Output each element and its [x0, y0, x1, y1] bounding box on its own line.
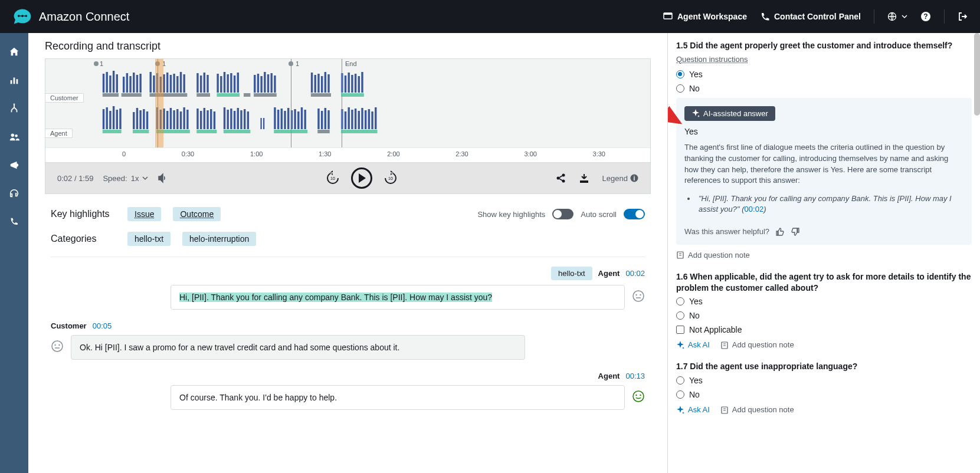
nav-routing[interactable]: [8, 103, 20, 114]
message-speaker: Agent: [598, 269, 620, 278]
show-highlights-toggle[interactable]: [552, 209, 573, 219]
add-question-note-button[interactable]: Add question note: [720, 405, 794, 414]
svg-rect-75: [341, 93, 364, 97]
waveform-area[interactable]: Customer Agent 1 1 1 End: [45, 59, 650, 147]
svg-rect-4: [664, 13, 672, 15]
message-bubble[interactable]: Ok. Hi [PII]. I saw a promo for a new tr…: [71, 335, 525, 360]
issue-chip[interactable]: Issue: [127, 207, 161, 221]
svg-rect-91: [170, 108, 172, 129]
svg-rect-8: [11, 80, 12, 84]
ai-assisted-answer-box: AI-assisted answer Yes The agent's first…: [676, 98, 972, 245]
waveform-marker-dot: [94, 61, 99, 66]
contact-control-panel-link[interactable]: Contact Control Panel: [760, 12, 861, 21]
ai-quote: "Hi, [PII]. Thank you for calling any co…: [696, 193, 963, 215]
legend-button[interactable]: Legend i: [602, 174, 638, 183]
svg-rect-97: [196, 109, 198, 129]
waveform-marker-label: 1: [100, 60, 103, 67]
share-icon[interactable]: [555, 173, 566, 183]
nav-campaigns[interactable]: [8, 159, 20, 171]
transcript-message: hello-txt Agent 00:02 Hi, [PII]. Thank y…: [51, 267, 645, 310]
svg-rect-85: [143, 109, 145, 129]
svg-rect-58: [325, 72, 326, 93]
svg-rect-20: [126, 73, 128, 93]
nav-analytics[interactable]: [8, 74, 20, 86]
svg-point-11: [14, 103, 15, 105]
scrollbar[interactable]: [974, 33, 980, 116]
svg-rect-22: [133, 73, 135, 93]
quote-timestamp-link[interactable]: 00:02: [745, 205, 764, 213]
answer-yes[interactable]: Yes: [676, 297, 972, 306]
player-controls: 0:02 / 1:59 Speed: 1x 10 10: [45, 162, 650, 193]
message-timestamp[interactable]: 00:02: [625, 269, 645, 278]
svg-point-161: [640, 395, 641, 396]
message-timestamp[interactable]: 00:05: [93, 321, 112, 330]
nav-home[interactable]: [8, 46, 20, 58]
svg-rect-83: [136, 108, 138, 129]
svg-rect-21: [129, 76, 131, 93]
message-timestamp[interactable]: 00:13: [625, 372, 645, 380]
language-selector[interactable]: [887, 12, 907, 21]
answer-yes[interactable]: Yes: [676, 376, 972, 385]
svg-rect-114: [277, 110, 279, 129]
answer-na[interactable]: Not Applicable: [676, 325, 972, 334]
agent-track-label: Agent: [45, 129, 73, 138]
logout-button[interactable]: [958, 11, 968, 22]
svg-rect-18: [116, 74, 118, 93]
svg-point-153: [633, 291, 644, 301]
svg-rect-84: [139, 110, 141, 129]
svg-rect-72: [244, 93, 250, 97]
svg-rect-111: [260, 118, 261, 129]
download-icon[interactable]: [579, 173, 589, 183]
help-button[interactable]: ?: [920, 11, 931, 22]
message-speaker: Agent: [598, 372, 620, 380]
svg-rect-81: [119, 109, 121, 129]
message-tag[interactable]: hello-txt: [551, 267, 592, 280]
agent-workspace-link[interactable]: Agent Workspace: [663, 12, 747, 21]
ask-ai-button[interactable]: Ask AI: [676, 405, 710, 414]
answer-no[interactable]: No: [676, 390, 972, 399]
outcome-chip[interactable]: Outcome: [173, 207, 221, 221]
radio-icon: [676, 84, 684, 93]
svg-rect-86: [146, 111, 148, 129]
auto-scroll-toggle[interactable]: [624, 209, 645, 219]
skip-back-button[interactable]: 10: [325, 170, 340, 186]
svg-rect-40: [217, 74, 218, 93]
ask-ai-button[interactable]: Ask AI: [676, 340, 710, 349]
svg-rect-10: [17, 79, 18, 84]
add-question-note-button[interactable]: Add question note: [676, 251, 750, 260]
nav-phone[interactable]: [8, 216, 20, 228]
radio-icon: [676, 70, 684, 78]
svg-rect-65: [358, 76, 360, 93]
speed-control[interactable]: Speed: 1x: [103, 174, 148, 183]
message-bubble[interactable]: Of course. Thank you. I'd be happy to he…: [171, 385, 625, 410]
playhead-indicator[interactable]: [155, 59, 163, 147]
answer-no[interactable]: No: [676, 84, 972, 93]
svg-point-160: [635, 395, 637, 396]
nav-headset[interactable]: [8, 188, 20, 199]
skip-forward-button[interactable]: 10: [383, 170, 398, 186]
thumbs-up-button[interactable]: [775, 227, 785, 236]
nav-users[interactable]: [8, 131, 20, 143]
play-button[interactable]: [351, 167, 372, 189]
svg-rect-33: [176, 76, 178, 93]
category-chip[interactable]: helo-interruption: [182, 232, 256, 246]
svg-text:10: 10: [388, 176, 393, 180]
add-question-note-button[interactable]: Add question note: [720, 340, 794, 349]
volume-icon[interactable]: [158, 173, 168, 183]
answer-no[interactable]: No: [676, 311, 972, 320]
evaluation-question-1-6: 1.6 When applicable, did the agent try t…: [676, 271, 972, 350]
message-bubble[interactable]: Hi, [PII]. Thank you for calling any com…: [171, 285, 625, 310]
answer-yes[interactable]: Yes: [676, 70, 972, 79]
category-chip[interactable]: hello-txt: [127, 232, 171, 246]
svg-rect-80: [116, 110, 118, 129]
waveform-container: Customer Agent 1 1 1 End: [45, 58, 651, 194]
svg-rect-107: [237, 108, 239, 129]
question-instructions-link[interactable]: Question instructions: [676, 55, 972, 64]
waveform-marker-dot: [289, 61, 293, 66]
svg-rect-95: [183, 107, 185, 129]
product-logo[interactable]: Amazon Connect: [12, 8, 129, 25]
svg-rect-144: [317, 130, 330, 133]
thumbs-down-button[interactable]: [791, 227, 800, 236]
svg-rect-116: [284, 111, 286, 129]
info-icon: i: [630, 174, 638, 182]
